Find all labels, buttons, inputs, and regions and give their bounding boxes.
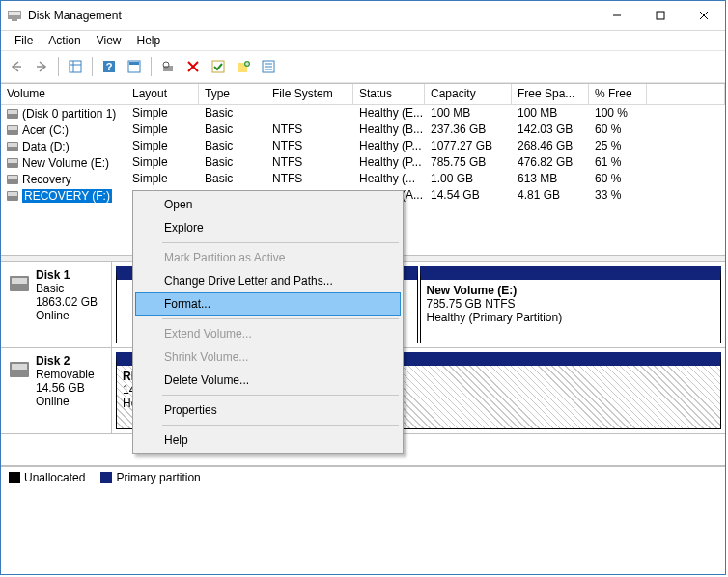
help-button[interactable]: ? <box>98 55 121 78</box>
ctx-shrink: Shrink Volume... <box>135 345 401 369</box>
disk-header-1: Disk 1 Basic 1863.02 GB Online <box>1 262 112 347</box>
cell: 60 % <box>589 171 647 187</box>
svg-rect-4 <box>657 12 664 19</box>
new-volume-button[interactable] <box>232 55 255 78</box>
volume-icon <box>7 175 18 184</box>
cell: 1.00 GB <box>425 171 512 187</box>
cell: Basic <box>199 122 266 138</box>
disk-header-2: Disk 2 Removable 14.56 GB Online <box>1 348 112 433</box>
cell: 33 % <box>589 187 647 204</box>
partition-size: 785.75 GB NTFS <box>427 297 715 311</box>
ctx-help[interactable]: Help <box>135 428 401 452</box>
ctx-properties[interactable]: Properties <box>135 398 401 422</box>
legend-primary: Primary partition <box>100 471 200 484</box>
cell: 60 % <box>589 122 647 138</box>
legend-unallocated: Unallocated <box>9 471 85 484</box>
maximize-button[interactable] <box>638 2 682 30</box>
partition-block[interactable]: New Volume (E:) 785.75 GB NTFS Healthy (… <box>420 266 722 343</box>
menu-help[interactable]: Help <box>129 32 169 49</box>
cell: Simple <box>126 138 199 154</box>
toolbar: ? <box>1 50 725 83</box>
svg-rect-9 <box>70 61 81 72</box>
ctx-change-letter[interactable]: Change Drive Letter and Paths... <box>135 269 401 292</box>
col-status[interactable]: Status <box>353 84 425 105</box>
col-type[interactable]: Type <box>199 84 266 105</box>
col-capacity[interactable]: Capacity <box>425 84 512 105</box>
disk-type: Removable <box>36 368 95 381</box>
svg-text:?: ? <box>106 61 113 72</box>
partition-title: New Volume (E:) <box>427 284 715 297</box>
cell: Basic <box>199 154 266 171</box>
table-row[interactable]: Acer (C:)SimpleBasicNTFSHealthy (B...237… <box>1 122 725 138</box>
col-free-space[interactable]: Free Spa... <box>512 84 589 105</box>
col-pct-free[interactable]: % Free <box>589 84 647 105</box>
ctx-delete[interactable]: Delete Volume... <box>135 369 401 392</box>
cell: 4.81 GB <box>512 187 589 204</box>
cell: Healthy (E... <box>353 105 425 122</box>
table-row[interactable]: RecoverySimpleBasicNTFSHealthy (...1.00 … <box>1 171 725 187</box>
cell: 25 % <box>589 138 647 154</box>
cell: Acer (C:) <box>1 122 126 138</box>
disk-icon <box>9 356 30 381</box>
table-row[interactable]: Data (D:)SimpleBasicNTFSHealthy (P...107… <box>1 138 725 154</box>
ctx-format[interactable]: Format... <box>135 292 401 316</box>
col-spacer <box>647 84 725 105</box>
ctx-explore[interactable]: Explore <box>135 216 401 239</box>
menu-view[interactable]: View <box>89 32 129 49</box>
cell: 268.46 GB <box>512 138 589 154</box>
cell: Simple <box>126 154 199 171</box>
col-filesystem[interactable]: File System <box>266 84 353 105</box>
disk-size: 1863.02 GB <box>36 295 98 309</box>
cell: Simple <box>126 171 199 187</box>
cell: 61 % <box>589 154 647 171</box>
cell: NTFS <box>266 138 353 154</box>
partition-status: Healthy (Primary Partition) <box>427 311 715 324</box>
properties-button[interactable] <box>257 55 280 78</box>
cell: 613 MB <box>512 171 589 187</box>
cell: 142.03 GB <box>512 122 589 138</box>
ctx-open[interactable]: Open <box>135 193 401 216</box>
settings-button[interactable] <box>156 55 180 78</box>
delete-button[interactable] <box>182 55 205 78</box>
svg-rect-32 <box>12 364 27 370</box>
view-list-button[interactable] <box>64 55 87 78</box>
check-button[interactable] <box>207 55 230 78</box>
volume-icon <box>7 158 18 168</box>
cell: Healthy (P... <box>353 138 425 154</box>
cell: Basic <box>199 105 266 122</box>
view-graphical-button[interactable] <box>123 55 146 78</box>
cell: 476.82 GB <box>512 154 589 171</box>
cell: NTFS <box>266 122 353 138</box>
cell: NTFS <box>266 154 353 171</box>
ctx-mark-active: Mark Partition as Active <box>135 246 401 269</box>
cell <box>266 105 353 122</box>
legend: Unallocated Primary partition <box>1 466 725 488</box>
cell: Healthy (... <box>353 171 425 187</box>
forward-button <box>30 55 53 78</box>
table-row[interactable]: (Disk 0 partition 1)SimpleBasicHealthy (… <box>1 105 725 122</box>
cell: 785.75 GB <box>425 154 512 171</box>
cell: Basic <box>199 171 266 187</box>
cell: NTFS <box>266 171 353 187</box>
cell: 100 MB <box>425 105 512 122</box>
svg-rect-1 <box>9 12 20 15</box>
svg-rect-2 <box>12 19 17 21</box>
volume-icon <box>7 191 18 201</box>
col-volume[interactable]: Volume <box>1 84 126 105</box>
close-button[interactable] <box>682 2 725 30</box>
cell: Healthy (B... <box>353 122 425 138</box>
svg-rect-30 <box>12 278 27 284</box>
cell: Simple <box>126 122 199 138</box>
menubar: File Action View Help <box>1 31 725 50</box>
svg-rect-20 <box>212 61 224 72</box>
menu-file[interactable]: File <box>7 32 41 49</box>
disk-name: Disk 2 <box>36 354 70 368</box>
col-layout[interactable]: Layout <box>126 84 199 105</box>
cell: (Disk 0 partition 1) <box>1 105 126 122</box>
table-row[interactable]: New Volume (E:)SimpleBasicNTFSHealthy (P… <box>1 154 725 171</box>
disk-state: Online <box>36 309 70 322</box>
cell: Simple <box>126 105 199 122</box>
minimize-button[interactable] <box>595 2 638 30</box>
menu-action[interactable]: Action <box>41 32 88 49</box>
disk-state: Online <box>36 395 70 408</box>
